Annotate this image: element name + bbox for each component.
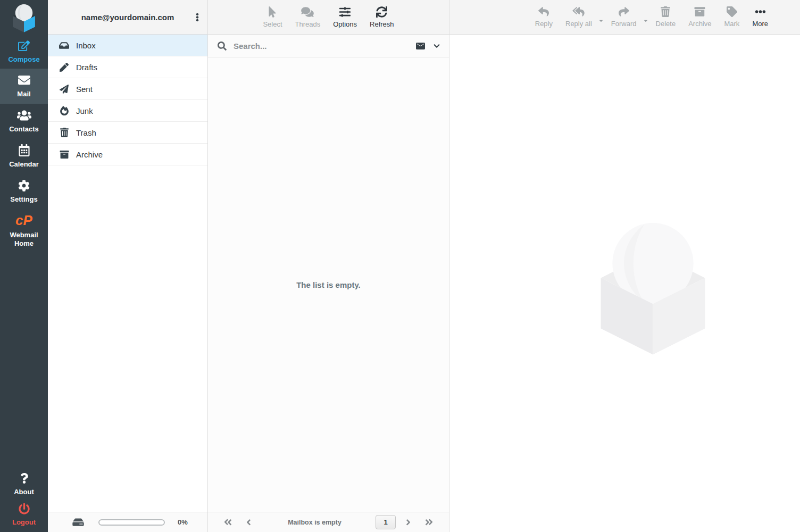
account-email: name@yourdomain.com xyxy=(81,13,174,22)
power-icon xyxy=(19,503,30,514)
forward-button[interactable]: Forward xyxy=(605,0,643,34)
envelope-scope-icon xyxy=(415,41,426,51)
threads-label: Threads xyxy=(295,20,321,28)
refresh-button[interactable]: Refresh xyxy=(363,0,401,34)
message-content-column: Reply Reply all Forward xyxy=(449,0,800,532)
list-footer: Mailbox is empty 1 xyxy=(208,512,449,532)
next-page-button[interactable] xyxy=(403,516,413,529)
calendar-icon xyxy=(19,144,30,156)
reply-button[interactable]: Reply xyxy=(529,0,559,34)
pencil-icon xyxy=(59,63,69,72)
refresh-icon xyxy=(376,6,387,18)
folder-archive[interactable]: Archive xyxy=(48,144,207,165)
search-scope-button[interactable] xyxy=(415,41,426,51)
sidebar-item-about[interactable]: About xyxy=(0,469,48,499)
compose-icon xyxy=(18,40,30,52)
forward-label: Forward xyxy=(611,20,637,28)
page-number-input[interactable]: 1 xyxy=(376,515,396,529)
sidebar-spacer xyxy=(0,252,48,469)
forward-icon xyxy=(618,6,630,17)
sidebar-item-mail[interactable]: Mail xyxy=(0,69,48,104)
forward-menu-caret[interactable] xyxy=(643,11,649,23)
threads-button[interactable]: Threads xyxy=(289,0,327,34)
last-page-button[interactable] xyxy=(422,516,436,529)
folder-inbox[interactable]: Inbox xyxy=(48,35,207,56)
folder-list: Inbox Drafts Sent Junk xyxy=(48,35,207,165)
mailbox-status: Mailbox is empty xyxy=(254,519,376,526)
folder-label: Sent xyxy=(76,85,93,94)
message-toolbar: Reply Reply all Forward xyxy=(449,0,800,35)
sidebar-item-label: Mail xyxy=(17,90,30,98)
archive-button[interactable]: Archive xyxy=(682,0,718,34)
options-label: Options xyxy=(333,20,357,28)
roundcube-logo-icon xyxy=(9,2,39,33)
reply-all-button[interactable]: Reply all xyxy=(559,0,598,34)
sidebar-item-label: Compose xyxy=(8,55,39,64)
sidebar-item-settings[interactable]: Settings xyxy=(0,174,48,209)
empty-list-message: The list is empty. xyxy=(296,280,361,289)
more-label: More xyxy=(752,20,768,28)
angle-right-icon xyxy=(405,518,411,527)
archive-label: Archive xyxy=(688,20,711,28)
folder-label: Drafts xyxy=(76,63,97,72)
people-icon xyxy=(17,110,31,121)
quota-footer: 0% xyxy=(48,512,207,532)
roundcube-watermark-logo xyxy=(580,213,726,358)
previous-page-button[interactable] xyxy=(244,516,254,529)
message-list-body: The list is empty. xyxy=(208,58,449,512)
options-button[interactable]: Options xyxy=(327,0,363,34)
search-options-chevron[interactable] xyxy=(433,43,440,49)
sidebar-item-webmail-home[interactable]: cP Webmail Home xyxy=(0,209,48,252)
sidebar: Compose Mail Contacts Calendar Settings xyxy=(0,0,48,532)
sidebar-item-logout[interactable]: Logout xyxy=(0,499,48,531)
delete-label: Delete xyxy=(656,20,676,28)
delete-button[interactable]: Delete xyxy=(649,0,682,34)
reply-label: Reply xyxy=(535,20,553,28)
reply-icon xyxy=(538,6,549,17)
folder-label: Trash xyxy=(76,128,96,137)
chevron-down-icon xyxy=(433,43,440,49)
more-button[interactable]: More xyxy=(746,0,774,34)
folder-trash[interactable]: Trash xyxy=(48,122,207,144)
angle-left-icon xyxy=(246,518,252,527)
archive-box-icon xyxy=(694,6,705,17)
quota-percent: 0% xyxy=(178,518,188,526)
account-menu-button[interactable] xyxy=(191,0,203,34)
folder-label: Junk xyxy=(76,106,93,115)
sidebar-item-label: Logout xyxy=(12,518,36,527)
sidebar-item-label: Settings xyxy=(10,195,37,204)
sidebar-item-label: Contacts xyxy=(9,125,39,134)
trash-icon xyxy=(661,6,670,17)
reply-all-label: Reply all xyxy=(565,20,592,28)
reply-all-menu-caret[interactable] xyxy=(598,11,605,23)
first-page-button[interactable] xyxy=(221,516,235,529)
select-button[interactable]: Select xyxy=(256,0,288,34)
mark-button[interactable]: Mark xyxy=(718,0,746,34)
folder-sent[interactable]: Sent xyxy=(48,78,207,100)
kebab-menu-icon xyxy=(196,12,199,22)
select-label: Select xyxy=(263,20,282,28)
folder-label: Archive xyxy=(76,150,103,159)
inbox-icon xyxy=(59,41,69,50)
envelope-icon xyxy=(18,74,30,86)
folder-drafts[interactable]: Drafts xyxy=(48,56,207,78)
sidebar-item-label: About xyxy=(14,488,34,496)
sidebar-item-label: Calendar xyxy=(9,160,39,169)
flame-icon xyxy=(59,106,69,115)
gear-icon xyxy=(18,180,30,192)
paper-plane-icon xyxy=(59,85,69,94)
angle-double-left-icon xyxy=(223,518,233,527)
question-icon xyxy=(20,472,28,484)
search-input[interactable] xyxy=(234,41,408,51)
message-list-column: Select Threads Options Refresh xyxy=(208,0,449,532)
sidebar-item-calendar[interactable]: Calendar xyxy=(0,139,48,174)
sidebar-item-label: Webmail Home xyxy=(3,231,45,247)
account-header: name@yourdomain.com xyxy=(48,0,207,35)
folder-junk[interactable]: Junk xyxy=(48,100,207,122)
list-toolbar: Select Threads Options Refresh xyxy=(208,0,449,35)
quota-progress-bar xyxy=(98,519,165,526)
reply-all-icon xyxy=(572,6,585,17)
sidebar-item-compose[interactable]: Compose xyxy=(0,35,48,69)
ellipsis-icon xyxy=(755,6,766,17)
sidebar-item-contacts[interactable]: Contacts xyxy=(0,104,48,139)
